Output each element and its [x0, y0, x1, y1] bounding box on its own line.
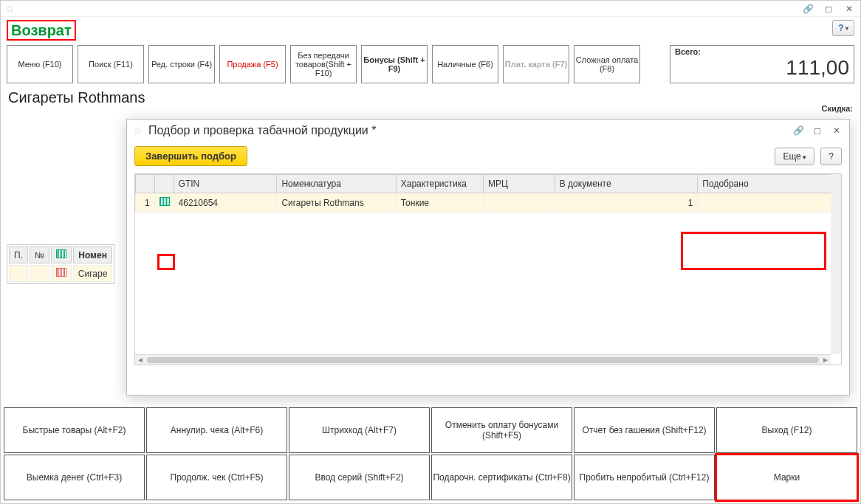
modal-maximize-icon[interactable]: ◻ [811, 124, 824, 137]
cell-mrc [484, 193, 555, 213]
modal-title: Подбор и проверка табачной продукции * [148, 124, 376, 137]
cell-char: Тонкие [396, 193, 483, 213]
product-title: Сигареты Rothmans [1, 88, 860, 108]
punch-unpunched-button[interactable]: Пробить непробитый (Ctrl+F12) [574, 455, 715, 500]
barcode-button[interactable]: Штрихкод (Alt+F7) [289, 407, 430, 453]
scroll-right-icon[interactable]: ► [820, 356, 831, 364]
background-items-table: П. № Номен Сигаре [7, 244, 114, 284]
modal-titlebar: ☆ Подбор и проверка табачной продукции *… [127, 120, 849, 142]
top-toolbar: Меню (F10) Поиск (F11) Ред. строки (F4) … [1, 41, 860, 88]
highlight-selected-column [681, 232, 826, 270]
sale-button[interactable]: Продажа (F5) [219, 45, 286, 83]
cash-button[interactable]: Наличные (F6) [432, 45, 498, 83]
maximize-icon[interactable]: ◻ [822, 2, 835, 15]
help-dropdown-button[interactable]: ? [832, 20, 854, 36]
modal-close-icon[interactable]: ✕ [830, 124, 843, 137]
total-label: Всего: [675, 47, 849, 56]
cell-selected: 1 [698, 193, 841, 213]
cell-barcode-icon [154, 193, 174, 213]
marks-button[interactable]: Марки [716, 455, 857, 500]
col-mrc[interactable]: МРЦ [484, 175, 555, 193]
barcode-green-icon [159, 197, 170, 206]
scroll-thumb[interactable] [147, 357, 819, 363]
continue-check-button[interactable]: Продолж. чек (Ctrl+F5) [146, 455, 287, 500]
col-nomenclature[interactable]: Номенклатура [277, 175, 396, 193]
col-nomen[interactable]: Номен [73, 246, 113, 263]
tobacco-check-modal: ☆ Подбор и проверка табачной продукции *… [126, 119, 850, 396]
enter-series-button[interactable]: Ввод серий (Shift+F2) [289, 455, 430, 500]
menu-button[interactable]: Меню (F10) [7, 45, 73, 83]
cancel-bonus-payment-button[interactable]: Отменить оплату бонусами (Shift+F5) [431, 407, 572, 453]
quick-goods-button[interactable]: Быстрые товары (Alt+F2) [4, 407, 145, 453]
titlebar-controls: 🔗 ◻ ✕ [801, 2, 856, 15]
cell-nomen: Сигаре [73, 265, 113, 282]
col-barcode-icon[interactable] [51, 246, 72, 263]
annul-check-button[interactable]: Аннулир. чека (Alt+F6) [146, 407, 287, 453]
barcode-icon [56, 268, 66, 277]
col-in-document[interactable]: В документе [555, 175, 698, 193]
total-block: Всего: 111,00 [670, 45, 854, 83]
gift-certificates-button[interactable]: Подарочн. сертификаты (Ctrl+F8) [431, 455, 572, 500]
close-icon[interactable]: ✕ [843, 2, 856, 15]
link-icon[interactable]: 🔗 [801, 2, 814, 15]
col-num[interactable]: № [30, 246, 49, 263]
search-button[interactable]: Поиск (F11) [78, 45, 144, 83]
card-button[interactable]: Плат. карта (F7) [503, 45, 569, 83]
cell-in-document: 1 [555, 193, 698, 213]
cell-nomen: Сигареты Rothmans [277, 193, 396, 213]
no-transfer-button[interactable]: Без передачи товаров(Shift + F10) [290, 45, 357, 83]
header-row: Возврат ? [1, 17, 860, 41]
cell-line: 1 [136, 193, 155, 213]
more-button[interactable]: Еще [775, 148, 814, 165]
grid-header-row: GTIN Номенклатура Характеристика МРЦ В д… [136, 175, 841, 193]
col-selected[interactable]: Подобрано [698, 175, 841, 193]
modal-help-button[interactable]: ? [820, 148, 842, 165]
modal-star-icon[interactable]: ☆ [133, 125, 143, 137]
highlight-barcode-icon [157, 254, 175, 270]
col-characteristic[interactable]: Характеристика [396, 175, 483, 193]
report-no-clear-button[interactable]: Отчет без гашения (Shift+F12) [574, 407, 715, 453]
scroll-left-icon[interactable]: ◄ [135, 356, 145, 364]
cell-gtin: 46210654 [174, 193, 277, 213]
col-gtin[interactable]: GTIN [174, 175, 277, 193]
mode-label: Возврат [7, 20, 76, 41]
modal-toolbar: Завершить подбор Еще ? [127, 142, 849, 170]
edit-line-button[interactable]: Ред. строки (F4) [148, 45, 215, 83]
horizontal-scrollbar[interactable]: ◄ ► [135, 354, 831, 365]
complete-selection-button[interactable]: Завершить подбор [134, 146, 247, 166]
grid-data-row[interactable]: 1 46210654 Сигареты Rothmans Тонкие 1 1 [136, 193, 841, 213]
bonuses-button[interactable]: Бонусы (Shift + F9) [361, 45, 428, 83]
main-titlebar: ☆ 🔗 ◻ ✕ [1, 1, 860, 17]
total-value: 111,00 [675, 56, 849, 80]
vertical-scrollbar[interactable] [831, 174, 841, 354]
modal-grid-wrap: GTIN Номенклатура Характеристика МРЦ В д… [134, 173, 842, 365]
exit-button[interactable]: Выход (F12) [716, 407, 857, 453]
favorite-star-icon[interactable]: ☆ [5, 3, 15, 15]
main-window: ☆ 🔗 ◻ ✕ Возврат ? Меню (F10) Поиск (F11)… [0, 0, 861, 504]
discount-label: Скидка: [822, 104, 853, 113]
tobacco-grid: GTIN Номенклатура Характеристика МРЦ В д… [135, 174, 841, 213]
cash-withdrawal-button[interactable]: Выемка денег (Ctrl+F3) [4, 455, 145, 500]
col-p[interactable]: П. [9, 246, 28, 263]
col-barcode[interactable] [154, 175, 174, 193]
table-row[interactable]: Сигаре [9, 265, 112, 282]
complex-payment-button[interactable]: Сложная оплата (F8) [574, 45, 640, 83]
footer-buttons: Быстрые товары (Alt+F2) Аннулир. чека (A… [4, 407, 857, 500]
modal-link-icon[interactable]: 🔗 [792, 124, 805, 137]
col-line[interactable] [136, 175, 155, 193]
